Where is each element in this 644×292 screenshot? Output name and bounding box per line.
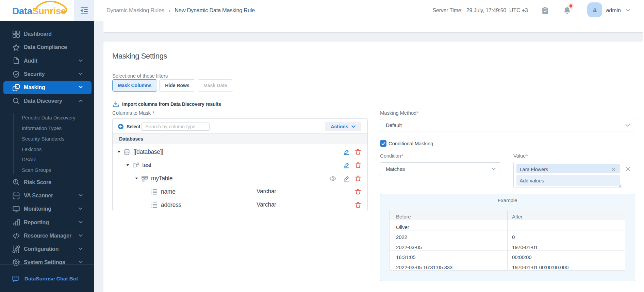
chevron-down-icon bbox=[79, 234, 83, 237]
sidebar-collapse-button[interactable] bbox=[74, 0, 94, 21]
tree-row-column-address[interactable]: address Varchar bbox=[113, 197, 367, 211]
row-actions bbox=[343, 159, 367, 172]
label-text: Value bbox=[513, 153, 526, 159]
column-icon bbox=[151, 202, 158, 209]
mask-columns-button[interactable]: Mask Columns bbox=[112, 79, 157, 92]
condition-label: Condition* bbox=[380, 152, 501, 159]
sidebar-item-label: Dashboard bbox=[24, 31, 52, 37]
required-asterisk: * bbox=[152, 110, 154, 116]
masking-method-select[interactable]: Default bbox=[380, 119, 635, 131]
example-col-after: After bbox=[508, 210, 625, 220]
column-datatype: Varchar bbox=[257, 188, 276, 195]
example-col-before: Before bbox=[390, 210, 508, 220]
sidebar-item-va-scanner[interactable]: VA Scanner bbox=[0, 189, 94, 202]
chevron-down-icon bbox=[79, 261, 83, 263]
example-cell: 0 bbox=[508, 230, 625, 240]
sidebar-item-masking[interactable]: Masking bbox=[0, 81, 94, 94]
sidebar-item-resource-manager[interactable]: Resource Manager bbox=[0, 229, 94, 242]
row-actions bbox=[343, 145, 367, 159]
schema-icon bbox=[132, 162, 139, 169]
sidebar-item-security[interactable]: Security bbox=[0, 67, 94, 81]
hide-rows-button[interactable]: Hide Rows bbox=[159, 79, 195, 92]
user-name: admin bbox=[606, 7, 621, 14]
sidebar-item-data-discovery[interactable]: Data Discovery bbox=[0, 94, 94, 108]
database-icon bbox=[123, 149, 130, 156]
trash-icon[interactable] bbox=[354, 175, 361, 182]
example-row: Oliver bbox=[390, 220, 625, 230]
bar-chart-icon bbox=[12, 218, 20, 226]
resize-handle[interactable] bbox=[618, 184, 622, 187]
breadcrumb-separator: › bbox=[169, 7, 170, 13]
row-actions bbox=[354, 198, 367, 212]
sidebar-item-chatbot[interactable]: DataSunrise Chat Bot bbox=[0, 269, 94, 289]
sidebar-subitem-dsar[interactable]: DSAR bbox=[0, 154, 94, 165]
monitor-icon bbox=[12, 205, 20, 213]
trash-icon[interactable] bbox=[354, 162, 361, 169]
notifications-button[interactable] bbox=[556, 0, 578, 21]
eye-icon[interactable] bbox=[329, 175, 336, 182]
avatar-letter: a bbox=[593, 6, 596, 14]
content-area: Masking Settings Select one of these fil… bbox=[94, 21, 644, 292]
edit-icon[interactable] bbox=[343, 175, 350, 182]
sidebar-subitem-scan-groups[interactable]: Scan Groups bbox=[0, 165, 94, 175]
example-cell bbox=[508, 220, 625, 230]
example-cell: 00:00:00 bbox=[508, 250, 625, 260]
datasunrise-logo[interactable]: DataSunrise bbox=[0, 0, 74, 21]
add-values-input[interactable]: Add values bbox=[516, 175, 620, 186]
edit-icon[interactable] bbox=[343, 148, 350, 156]
actions-button[interactable]: Actions bbox=[325, 122, 361, 132]
value-label: Value* bbox=[513, 152, 623, 159]
file-icon bbox=[12, 57, 20, 65]
edit-icon[interactable] bbox=[343, 162, 350, 169]
tree-node-name: [[database]] bbox=[133, 148, 163, 156]
example-cell: 1970-01-01 00:00:00.000 bbox=[508, 260, 625, 271]
value-tag-text: Lara Flowers bbox=[520, 167, 548, 172]
breadcrumb-parent[interactable]: Dynamic Masking Rules bbox=[106, 7, 164, 14]
chevron-down-icon bbox=[491, 167, 496, 171]
server-time-value: 29 July, 17:49:50 bbox=[466, 7, 506, 14]
remove-tag-icon[interactable] bbox=[612, 167, 615, 171]
import-columns-link[interactable]: Import columns from Data Discovery resul… bbox=[112, 100, 368, 108]
trash-icon[interactable] bbox=[354, 148, 361, 156]
add-select-button[interactable] bbox=[118, 124, 123, 129]
menu-fold-icon bbox=[80, 7, 88, 14]
sidebar-item-risk-score[interactable]: Risk Score bbox=[0, 176, 94, 189]
condition-block: Condition* Matches bbox=[380, 152, 501, 188]
sidebar-item-system-settings[interactable]: System Settings bbox=[0, 256, 94, 269]
chevron-up-icon bbox=[79, 99, 83, 102]
condition-select[interactable]: Matches bbox=[380, 162, 501, 175]
tree-row-table[interactable]: myTable bbox=[113, 171, 367, 184]
mask-data-button[interactable]: Mask Data bbox=[198, 79, 233, 92]
trash-icon[interactable] bbox=[354, 188, 361, 196]
sidebar-item-dashboard[interactable]: Dashboard bbox=[0, 28, 94, 41]
tree-row-database[interactable]: [[database]] bbox=[113, 144, 367, 158]
conditional-masking-checkbox[interactable]: Conditional Masking bbox=[380, 140, 635, 147]
tasks-button[interactable] bbox=[534, 0, 556, 21]
settings-columns: Select one of these filters Mask Columns… bbox=[112, 72, 635, 281]
caret-down-icon[interactable] bbox=[117, 151, 120, 153]
search-column-input[interactable] bbox=[141, 123, 210, 131]
caret-down-icon[interactable] bbox=[135, 177, 138, 180]
server-time-label: Server Time: bbox=[432, 7, 462, 14]
value-tags-box[interactable]: Lara Flowers Add values bbox=[513, 162, 622, 188]
scrollbar-strip[interactable] bbox=[643, 21, 644, 292]
sidebar-item-data-compliance[interactable]: Data Compliance bbox=[0, 41, 94, 54]
tree-row-column-name[interactable]: name Varchar bbox=[113, 184, 367, 197]
sidebar-item-monitoring[interactable]: Monitoring bbox=[0, 202, 94, 216]
user-menu[interactable]: a admin bbox=[578, 3, 644, 17]
sidebar-subitem-lexicons[interactable]: Lexicons bbox=[0, 144, 94, 155]
tree-row-schema[interactable]: test bbox=[113, 158, 367, 171]
sidebar-item-configuration[interactable]: Configuration bbox=[0, 243, 94, 256]
trash-icon[interactable] bbox=[354, 201, 361, 209]
clear-value-icon[interactable] bbox=[625, 166, 630, 188]
sidebar-subitem-periodic-data-discovery[interactable]: Periodic Data Discovery bbox=[0, 112, 94, 123]
caret-down-icon[interactable] bbox=[126, 164, 129, 166]
label-text: Columns to Mask bbox=[112, 110, 151, 116]
breadcrumb: Dynamic Masking Rules › New Dynamic Data… bbox=[106, 0, 255, 21]
sidebar-subitem-security-standards[interactable]: Security Standards bbox=[0, 133, 94, 144]
sidebar-item-reporting[interactable]: Reporting bbox=[0, 216, 94, 229]
sidebar-subitem-information-types[interactable]: Information Types bbox=[0, 123, 94, 133]
sidebar: DataSunrise Dashboard Data Compliance bbox=[0, 0, 94, 292]
search-icon bbox=[12, 97, 20, 105]
sidebar-item-audit[interactable]: Audit bbox=[0, 54, 94, 67]
